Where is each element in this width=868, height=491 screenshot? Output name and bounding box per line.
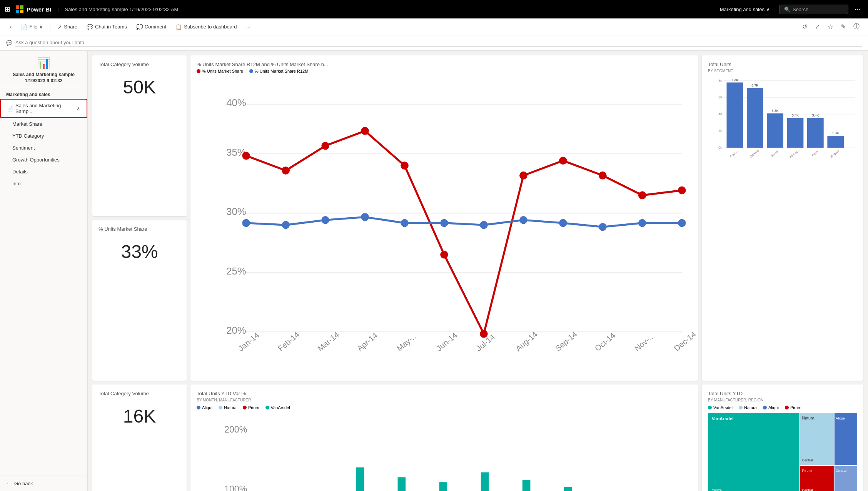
favorite-button[interactable]: ☆ — [825, 21, 835, 32]
share-label: Share — [64, 24, 77, 30]
svg-text:Jun-14: Jun-14 — [434, 331, 459, 353]
card-value-2: 16K — [98, 398, 180, 434]
legend-pir: Pirum — [785, 405, 801, 410]
refresh-button[interactable]: ↺ — [800, 21, 810, 32]
svg-text:Central: Central — [802, 458, 813, 462]
legend-natura-label: Natura — [224, 405, 237, 410]
chat-label: Chat in Teams — [95, 24, 127, 30]
card-title: Total Category Volume — [98, 62, 180, 67]
dot-van — [708, 406, 712, 409]
svg-point-23 — [282, 221, 290, 229]
svg-rect-138 — [835, 413, 857, 465]
search-icon: 🔍 — [784, 7, 790, 12]
sidebar-page-label: YTD Category — [12, 133, 44, 139]
units-market-share-title: % Units Market Share — [98, 226, 180, 232]
card-total-category-volume-1[interactable]: Total Category Volume 50K — [92, 55, 187, 216]
line-chart-legend: % Units Market Share % Units Market Shar… — [197, 69, 692, 73]
card-total-units[interactable]: Total Units BY SEGMENT 8K 6K 4K 2K 0K — [702, 55, 863, 381]
sidebar-go-back[interactable]: ← Go back — [0, 476, 87, 491]
legend-ali-label: Aliqui — [768, 405, 779, 410]
legend-nat-label: Natura — [744, 405, 757, 410]
card-line-chart[interactable]: % Units Market Share R12M and % Units Ma… — [190, 55, 698, 381]
waffle-icon[interactable]: ⊞ — [5, 5, 10, 13]
svg-point-33 — [678, 219, 686, 227]
svg-text:3.4K: 3.4K — [792, 113, 799, 117]
svg-text:All Sea...: All Sea... — [789, 148, 801, 159]
sidebar-collapse-button[interactable]: ‹ — [6, 22, 15, 32]
topbar-more-button[interactable]: ··· — [851, 5, 863, 13]
file-icon: 📄 — [21, 24, 27, 30]
sidebar-item-info[interactable]: Info — [0, 178, 87, 190]
subscribe-button[interactable]: 📋 Subscribe to dashboard — [172, 22, 240, 32]
toolbar-more-icon: ··· — [246, 24, 250, 30]
toolbar-more-button[interactable]: ··· — [242, 22, 254, 32]
topbar: ⊞ Power BI | Sales and Marketing sample … — [0, 0, 868, 18]
microsoft-logo — [16, 5, 23, 13]
sidebar-section-label: 📄 Sales and Marketing Sampl... — [7, 103, 77, 114]
svg-rect-60 — [767, 113, 783, 148]
content-area: Total Category Volume 50K % Units Market… — [88, 51, 868, 491]
comment-label: Comment — [145, 24, 166, 30]
fullscreen-button[interactable]: ⤢ — [813, 21, 822, 32]
ytd-var-title: Total Units YTD Var % — [197, 391, 692, 396]
sidebar-workspace-label: Marketing and sales — [0, 87, 87, 99]
search-box[interactable]: 🔍 Search — [779, 5, 848, 14]
svg-point-17 — [519, 171, 527, 180]
subscribe-label: Subscribe to dashboard — [184, 24, 237, 30]
card-total-units-ytd[interactable]: Total Units YTD BY MANUFACTURER, REGION … — [702, 384, 863, 491]
legend-dot-1 — [197, 69, 200, 73]
svg-text:Youth: Youth — [811, 150, 819, 157]
svg-text:Apr-14: Apr-14 — [356, 331, 379, 353]
card-units-market-share[interactable]: % Units Market Share 33% — [92, 220, 187, 381]
chat-in-teams-button[interactable]: 💬 Chat in Teams — [83, 22, 131, 32]
svg-text:Select: Select — [770, 150, 779, 158]
dot-pirum — [243, 406, 247, 409]
card-total-category-volume-2[interactable]: Total Category Volume 16K — [92, 384, 187, 491]
svg-text:7.3K: 7.3K — [731, 78, 738, 82]
svg-point-13 — [361, 127, 369, 135]
ytd-legend: Aliqui Natura Pirum VanArsdel — [197, 405, 692, 410]
svg-rect-56 — [727, 82, 743, 148]
search-placeholder: Search — [793, 7, 808, 12]
card-ytd-var[interactable]: Total Units YTD Var % BY MONTH, MANUFACT… — [190, 384, 698, 491]
comment-button[interactable]: 💭 Comment — [132, 22, 170, 32]
share-button[interactable]: ↗ Share — [53, 22, 81, 32]
sidebar-item-ytd-category[interactable]: YTD Category — [0, 130, 87, 142]
workspace-chevron-icon: ∨ — [766, 7, 770, 12]
sidebar-item-growth-opportunities[interactable]: Growth Opportunities — [0, 154, 87, 166]
sidebar-item-details[interactable]: Details — [0, 166, 87, 178]
sidebar-item-market-share[interactable]: Market Share — [0, 118, 87, 130]
legend-item-1: % Units Market Share — [197, 69, 243, 73]
svg-point-32 — [638, 219, 646, 227]
total-units-chart: 8K 6K 4K 2K 0K 7.3K 6.7K — [708, 76, 857, 166]
svg-point-20 — [638, 191, 646, 200]
sidebar-section-sales[interactable]: 📄 Sales and Marketing Sampl... ∧ — [0, 99, 87, 118]
svg-point-11 — [282, 166, 290, 175]
svg-text:20%: 20% — [226, 325, 246, 336]
sidebar-item-sentiment[interactable]: Sentiment — [0, 142, 87, 154]
ask-question-bar: 💬 — [0, 35, 868, 51]
file-label: File — [29, 24, 37, 30]
svg-text:0K: 0K — [718, 146, 723, 150]
svg-text:30%: 30% — [226, 206, 246, 217]
powerbi-label: Power BI — [27, 6, 51, 13]
svg-text:40%: 40% — [226, 97, 246, 108]
svg-point-24 — [321, 216, 329, 224]
svg-point-26 — [401, 219, 409, 227]
svg-text:Sep-14: Sep-14 — [553, 330, 579, 353]
svg-text:3.8K: 3.8K — [772, 109, 779, 113]
legend-label-1: % Units Market Share — [202, 69, 243, 73]
file-button[interactable]: 📄 File ∨ — [17, 22, 47, 32]
ask-question-input[interactable] — [15, 40, 862, 47]
info-button[interactable]: ⓘ — [851, 21, 862, 32]
legend-pir-label: Pirum — [790, 405, 801, 410]
back-icon: ← — [6, 481, 11, 486]
legend-ali: Aliqui — [763, 405, 779, 410]
svg-point-14 — [401, 161, 409, 170]
ytd-treemap-legend: VanArsdel Natura Aliqui Pirum — [708, 405, 857, 410]
svg-point-29 — [519, 216, 527, 224]
legend-vanarsdel: VanArsdel — [265, 405, 290, 410]
sidebar-nav: 📄 Sales and Marketing Sampl... ∧ Market … — [0, 99, 87, 476]
workspace-selector[interactable]: Marketing and sales ∨ — [720, 7, 770, 12]
edit-button[interactable]: ✎ — [838, 21, 848, 32]
